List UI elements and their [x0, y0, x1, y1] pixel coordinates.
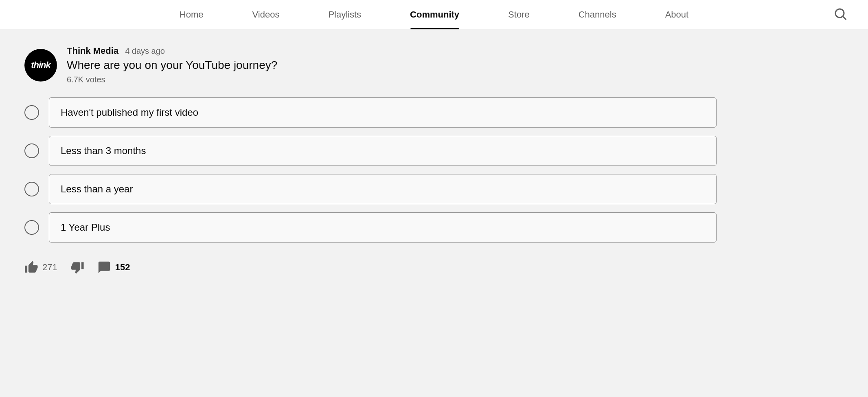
svg-line-1 — [843, 16, 846, 19]
option-label-0: Haven't published my first video — [61, 107, 198, 118]
nav-label-about: About — [665, 9, 689, 20]
comment-button[interactable]: 152 — [97, 260, 130, 274]
post-actions: 271 152 — [24, 260, 717, 274]
nav-item-channels[interactable]: Channels — [554, 0, 641, 29]
post-author-row: Think Media 4 days ago — [67, 46, 277, 56]
nav-item-store[interactable]: Store — [484, 0, 554, 29]
comment-count: 152 — [115, 262, 130, 273]
poll-option-3: 1 Year Plus — [24, 212, 717, 243]
option-box-1[interactable]: Less than 3 months — [49, 136, 717, 166]
nav-label-community: Community — [410, 9, 459, 20]
nav-label-channels: Channels — [579, 9, 616, 20]
option-label-3: 1 Year Plus — [61, 222, 110, 233]
nav-bar: Home Videos Playlists Community Store Ch… — [0, 0, 868, 29]
nav-items: Home Videos Playlists Community Store Ch… — [16, 0, 852, 29]
poll-option-0: Haven't published my first video — [24, 97, 717, 128]
svg-point-0 — [835, 9, 844, 18]
avatar[interactable]: think — [24, 49, 57, 82]
poll-radio-2[interactable] — [24, 182, 39, 196]
post-header: think Think Media 4 days ago Where are y… — [24, 46, 717, 84]
dislike-button[interactable] — [70, 260, 84, 274]
post-author[interactable]: Think Media — [67, 46, 118, 56]
poll-radio-3[interactable] — [24, 220, 39, 235]
nav-item-about[interactable]: About — [641, 0, 713, 29]
nav-item-playlists[interactable]: Playlists — [304, 0, 386, 29]
avatar-text: think — [31, 60, 50, 71]
option-label-1: Less than 3 months — [61, 145, 146, 156]
nav-label-home: Home — [180, 9, 204, 20]
like-count: 271 — [42, 262, 57, 273]
search-icon[interactable] — [833, 7, 848, 23]
post-question: Where are you on your YouTube journey? — [67, 59, 277, 72]
nav-label-store: Store — [508, 9, 530, 20]
poll-option-2: Less than a year — [24, 174, 717, 204]
post-card: think Think Media 4 days ago Where are y… — [24, 46, 717, 274]
main-content: think Think Media 4 days ago Where are y… — [0, 29, 868, 397]
comment-icon — [97, 260, 111, 274]
poll-option-1: Less than 3 months — [24, 136, 717, 166]
nav-item-videos[interactable]: Videos — [228, 0, 304, 29]
option-label-2: Less than a year — [61, 183, 133, 194]
nav-item-home[interactable]: Home — [155, 0, 228, 29]
poll-options: Haven't published my first video Less th… — [24, 97, 717, 243]
nav-label-videos: Videos — [252, 9, 280, 20]
nav-item-community[interactable]: Community — [386, 0, 484, 29]
option-box-3[interactable]: 1 Year Plus — [49, 212, 717, 243]
post-votes: 6.7K votes — [67, 75, 277, 84]
post-meta: Think Media 4 days ago Where are you on … — [67, 46, 277, 84]
option-box-2[interactable]: Less than a year — [49, 174, 717, 204]
thumbs-up-icon — [24, 260, 38, 274]
option-box-0[interactable]: Haven't published my first video — [49, 97, 717, 128]
like-button[interactable]: 271 — [24, 260, 57, 274]
nav-label-playlists: Playlists — [328, 9, 361, 20]
thumbs-down-icon — [70, 260, 84, 274]
poll-radio-1[interactable] — [24, 143, 39, 158]
poll-radio-0[interactable] — [24, 105, 39, 120]
post-time: 4 days ago — [125, 46, 165, 56]
